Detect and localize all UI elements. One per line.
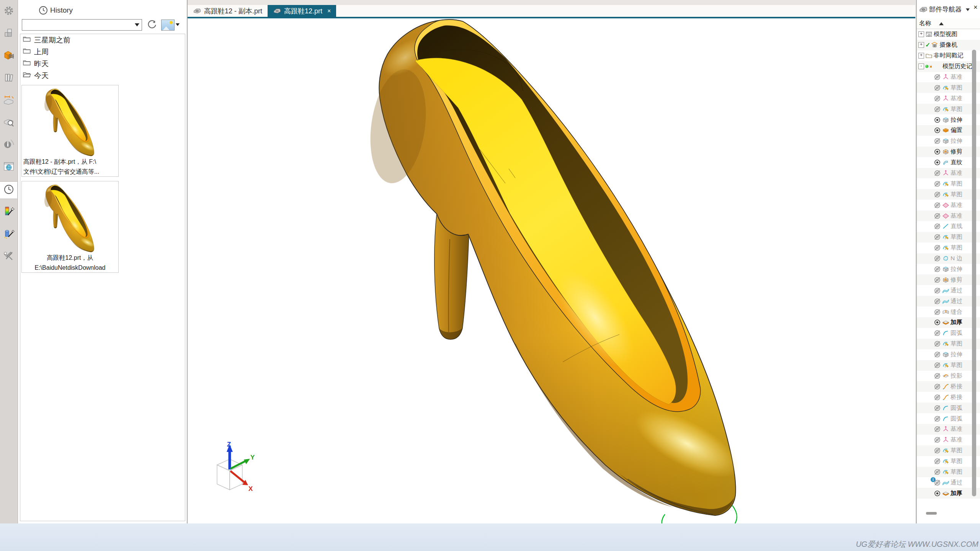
tree-feature-草图-6[interactable]: 草图: [917, 82, 980, 93]
history-folder-1[interactable]: 三星期之前: [20, 34, 185, 46]
dock-measure-part-button[interactable]: [0, 92, 17, 109]
tree-feature-基准-38[interactable]: 基准: [917, 424, 980, 435]
part-tab-1[interactable]: 高跟鞋12 - 副本.prt: [188, 5, 268, 17]
tree-feature-桥接-34[interactable]: 桥接: [917, 381, 980, 392]
tree-feature-偏置-10[interactable]: 偏置: [917, 125, 980, 136]
visibility-off-icon[interactable]: [934, 180, 941, 187]
tree-feature-通过-43[interactable]: i通过: [917, 477, 980, 488]
visibility-on-icon[interactable]: [934, 148, 941, 155]
visibility-off-icon[interactable]: [934, 351, 941, 358]
tree-feature-投影-33[interactable]: 投影: [917, 371, 980, 381]
tree-feature-直纹-13[interactable]: 直纹: [917, 157, 980, 168]
tree-feature-桥接-35[interactable]: 桥接: [917, 392, 980, 403]
visibility-on-icon[interactable]: [934, 116, 941, 124]
tree-group-模型历史记-4[interactable]: -模型历史记: [917, 61, 980, 72]
tree-feature-基准-17[interactable]: 基准: [917, 200, 980, 210]
visibility-on-icon[interactable]: [934, 159, 941, 166]
visibility-off-icon[interactable]: [934, 106, 941, 113]
tree-feature-拉伸-11[interactable]: 拉伸: [917, 136, 980, 147]
close-icon[interactable]: ×: [973, 3, 978, 11]
visibility-off-icon[interactable]: [934, 362, 941, 369]
dock-information-button[interactable]: [0, 137, 17, 153]
tree-feature-草图-21[interactable]: 草图: [917, 243, 980, 253]
tree-feature-草图-41[interactable]: 草图: [917, 456, 980, 467]
tree-feature-缝合-27[interactable]: 缝合: [917, 306, 980, 317]
navigator-column-header[interactable]: 名称: [917, 18, 980, 29]
visibility-off-icon[interactable]: [934, 191, 941, 198]
dock-web-browser-button[interactable]: [0, 159, 17, 176]
expand-icon[interactable]: +: [918, 31, 924, 37]
visibility-off-icon[interactable]: [934, 244, 941, 251]
visibility-off-icon[interactable]: [934, 255, 941, 262]
history-filter-combobox[interactable]: [22, 19, 142, 31]
visibility-off-icon[interactable]: [934, 84, 941, 91]
tab-close-icon[interactable]: ×: [327, 8, 331, 15]
image-display-button[interactable]: [161, 20, 175, 31]
tree-feature-草图-42[interactable]: 草图: [917, 467, 980, 478]
tree-feature-拉伸-23[interactable]: 拉伸: [917, 264, 980, 275]
visibility-off-icon[interactable]: [934, 468, 941, 476]
visibility-off-icon[interactable]: i: [934, 479, 941, 486]
dock-visual-effects-button[interactable]: [0, 204, 17, 220]
dock-history-clock-button[interactable]: [0, 181, 17, 199]
collapse-icon[interactable]: -: [918, 64, 924, 69]
visibility-off-icon[interactable]: [934, 73, 941, 81]
visibility-on-icon[interactable]: [934, 490, 941, 497]
visibility-off-icon[interactable]: [934, 436, 941, 443]
visibility-off-icon[interactable]: [934, 329, 941, 337]
visibility-off-icon[interactable]: [934, 170, 941, 177]
panel-splitter-handle[interactable]: [926, 512, 937, 515]
tree-feature-修剪-24[interactable]: 修剪: [917, 274, 980, 285]
chevron-down-icon[interactable]: [966, 8, 970, 11]
history-folder-3[interactable]: 昨天: [20, 58, 185, 70]
visibility-off-icon[interactable]: [934, 447, 941, 454]
visibility-off-icon[interactable]: [934, 308, 941, 316]
tree-feature-直线-19[interactable]: 直线: [917, 221, 980, 232]
tree-feature-拉伸-9[interactable]: 拉伸: [917, 114, 980, 125]
tree-feature-草图-20[interactable]: 草图: [917, 232, 980, 243]
visibility-off-icon[interactable]: [934, 383, 941, 390]
tree-group-摄像机-2[interactable]: +✓摄像机: [917, 40, 980, 51]
chevron-down-icon[interactable]: [176, 23, 180, 26]
dock-utilities-button[interactable]: [0, 248, 17, 265]
visibility-off-icon[interactable]: [934, 425, 941, 433]
visibility-off-icon[interactable]: [934, 340, 941, 347]
heel-shoe-model[interactable]: [188, 18, 915, 523]
visibility-off-icon[interactable]: [934, 298, 941, 305]
visibility-off-icon[interactable]: [934, 266, 941, 273]
expand-icon[interactable]: +: [918, 42, 924, 48]
visibility-on-icon[interactable]: [934, 127, 941, 134]
tree-feature-草图-40[interactable]: 草图: [917, 445, 980, 456]
dock-library-books-button[interactable]: [0, 70, 17, 87]
visibility-off-icon[interactable]: [934, 276, 941, 284]
tree-feature-加厚-28[interactable]: 加厚: [917, 317, 980, 328]
tree-feature-草图-16[interactable]: 草图: [917, 189, 980, 200]
dock-search-part-button[interactable]: [0, 114, 17, 131]
part-tab-2[interactable]: 高跟鞋12.prt×: [268, 5, 336, 17]
history-item-card-2[interactable]: 高跟鞋12.prt，从E:\BaiduNetdiskDownload: [21, 181, 119, 273]
visibility-off-icon[interactable]: [934, 212, 941, 220]
dock-settings-gear-button[interactable]: [0, 3, 17, 20]
visibility-off-icon[interactable]: [934, 95, 941, 102]
dock-feature-playback-button[interactable]: [0, 226, 17, 243]
refresh-icon[interactable]: [147, 20, 157, 31]
tree-feature-基准-14[interactable]: 基准: [917, 168, 980, 179]
tree-group-模型视图-1[interactable]: +模型视图: [917, 29, 980, 40]
navigator-scrollbar[interactable]: [972, 50, 976, 496]
dock-assembly-blocks-button[interactable]: [0, 25, 17, 42]
visibility-off-icon[interactable]: [934, 233, 941, 241]
chevron-down-icon[interactable]: [135, 23, 139, 26]
visibility-off-icon[interactable]: [934, 202, 941, 209]
tree-feature-加厚-44[interactable]: 加厚: [917, 488, 980, 499]
tree-feature-N 边-22[interactable]: N 边: [917, 253, 980, 264]
visibility-off-icon[interactable]: [934, 458, 941, 465]
visibility-off-icon[interactable]: [934, 137, 941, 145]
history-folder-4[interactable]: 今天: [20, 70, 185, 82]
tree-feature-基准-18[interactable]: 基准: [917, 210, 980, 221]
visibility-off-icon[interactable]: [934, 223, 941, 230]
orientation-triad[interactable]: Z Y X: [209, 442, 256, 501]
tree-feature-通过-25[interactable]: 通过: [917, 285, 980, 296]
tree-feature-圆弧-29[interactable]: 圆弧: [917, 328, 980, 339]
y-axis-arrow[interactable]: [230, 461, 246, 469]
visibility-on-icon[interactable]: [934, 319, 941, 326]
